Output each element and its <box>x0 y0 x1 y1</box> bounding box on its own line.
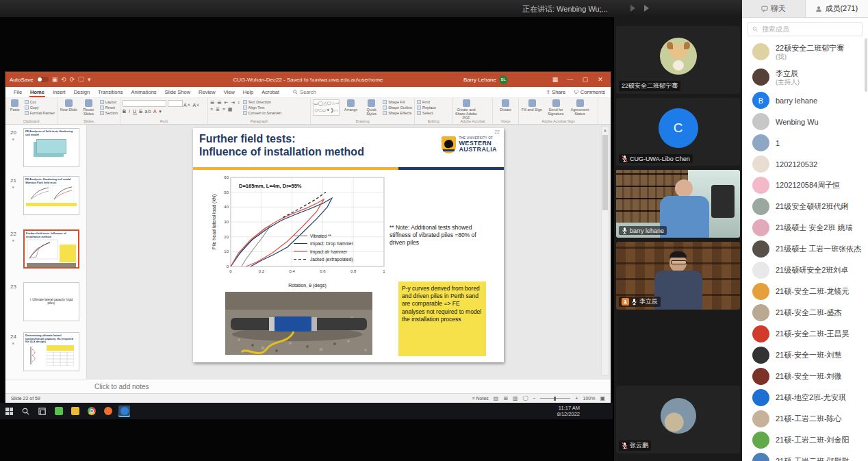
ribbon-reset[interactable]: Reset <box>100 105 118 110</box>
shared-control-arrow-icon[interactable] <box>644 5 649 12</box>
menu-tab-help[interactable]: Help <box>239 87 257 97</box>
zoom-slider[interactable] <box>540 398 570 399</box>
ribbon-shape-outline[interactable]: Shape Outline <box>383 105 412 110</box>
member-row[interactable]: 21硕-安全一班-刘慧 <box>742 345 868 366</box>
ribbon-search[interactable]: Search <box>293 89 316 95</box>
ribbon-convert-to-smartart[interactable]: Convert to SmartArt <box>243 111 282 115</box>
quick-access-dropdown-icon[interactable]: ▾ <box>88 77 91 83</box>
ribbon-align-text[interactable]: Align Text <box>243 105 282 110</box>
ribbon-shape-fill[interactable]: Shape Fill <box>383 100 412 104</box>
scroll-up-icon[interactable]: ▲ <box>602 127 609 134</box>
share-button[interactable]: ⇪ Share <box>546 89 565 95</box>
menu-tab-animations[interactable]: Animations <box>127 87 160 97</box>
scrollbar-thumb[interactable] <box>602 135 608 210</box>
ribbon-arrange[interactable]: Arrange <box>342 99 360 112</box>
meeting-app-icon[interactable] <box>118 406 130 417</box>
member-row[interactable]: 1202120532 <box>742 153 868 175</box>
ribbon-copy[interactable]: Copy <box>25 105 55 110</box>
menu-tab-file[interactable]: File <box>10 87 26 97</box>
member-row[interactable]: Wenbing Wu <box>742 111 868 132</box>
slide-thumbnail-23[interactable]: 23 i. Ultimate lateral capacity (rigid p… <box>5 282 86 321</box>
video-tile-participant[interactable]: 张云鹏 <box>616 386 740 453</box>
member-row[interactable]: 21硕-安全一班-刘微 <box>742 366 868 387</box>
minimize-button[interactable]: — <box>563 76 578 83</box>
start-button[interactable] <box>3 406 15 417</box>
video-tile-participant[interactable]: 李立辰 <box>616 242 740 310</box>
ribbon-new-slide[interactable]: New Slide <box>60 99 77 112</box>
ribbon-display-options-icon[interactable]: ▦ <box>548 76 563 83</box>
member-row[interactable]: 李立辰(主持人) <box>742 64 868 90</box>
member-row[interactable]: 21硕-工岩二班-刘金阳 <box>742 429 868 451</box>
member-row[interactable]: 1202120584周子恒 <box>742 175 868 196</box>
taskbar-clock[interactable]: 11:17 AM8/12/2022 <box>557 405 580 418</box>
member-row[interactable]: B barry lehane <box>742 90 868 111</box>
autosave-toggle[interactable] <box>37 77 49 82</box>
menu-tab-slide-show[interactable]: Slide Show <box>161 87 195 97</box>
zoom-out-icon[interactable]: − <box>533 396 535 401</box>
ribbon-send-for-signature[interactable]: Send for Signature <box>545 99 567 116</box>
member-search-box[interactable] <box>748 22 863 36</box>
video-tile-22[interactable]: 22硕安全二班郁宁骞 <box>616 26 740 94</box>
menu-tab-transitions[interactable]: Transitions <box>94 87 127 97</box>
file-explorer-icon[interactable] <box>69 406 81 417</box>
ribbon-agreement-status[interactable]: Agreement Status <box>569 99 591 116</box>
reading-view-icon[interactable]: ▥ <box>513 395 518 401</box>
fit-slide-icon[interactable]: ▣ <box>600 395 605 401</box>
ribbon-section[interactable]: Section <box>100 111 118 115</box>
comments-button[interactable]: 🗩 Comments <box>574 89 605 95</box>
start-presentation-icon[interactable]: 🖵 <box>78 77 84 83</box>
zoom-in-icon[interactable]: + <box>575 396 578 401</box>
member-row[interactable]: 21硕-工岩二班-邵慰慰 <box>742 451 868 461</box>
slide-sorter-icon[interactable]: ⊞ <box>503 395 508 401</box>
slide-thumbnail-22[interactable]: 22★ Further field tests: Influence of in… <box>5 229 86 269</box>
normal-view-icon[interactable]: ▤ <box>494 395 499 401</box>
ribbon-replace[interactable]: Replace <box>417 105 436 110</box>
menu-tab-insert[interactable]: Insert <box>49 87 70 97</box>
video-tile-cug-uwa-libo-chen[interactable]: C CUG-UWA-Libo Chen <box>616 98 740 166</box>
ribbon-layout[interactable]: Layout <box>100 100 118 104</box>
undo-icon[interactable]: ⟲ <box>61 77 66 83</box>
member-row[interactable]: 21硕-工岩二班-陈心 <box>742 408 868 429</box>
ribbon-find[interactable]: Find <box>417 100 436 104</box>
member-row[interactable]: 21级硕士 安全2班 姚瑞 <box>742 217 868 238</box>
ribbon-cut[interactable]: Cut <box>25 100 55 104</box>
member-row[interactable]: 21硕-安全二班-龙镜元 <box>742 281 868 302</box>
wechat-app-icon[interactable] <box>53 406 64 417</box>
maximize-button[interactable]: ▢ <box>578 76 593 83</box>
member-row[interactable]: 21级安全硕研2班代娳 <box>742 196 868 217</box>
video-tile-barry-lehane[interactable]: barry lehane <box>616 170 740 238</box>
member-search-input[interactable] <box>761 25 858 34</box>
notes-toggle[interactable]: ≡ Notes <box>472 396 488 401</box>
member-row[interactable]: 21硕-安全二班-盛杰 <box>742 302 868 323</box>
ribbon-dictate[interactable]: Dictate <box>495 99 516 112</box>
task-view-icon[interactable] <box>36 406 48 417</box>
panel-scrollbar-thumb[interactable] <box>865 38 867 92</box>
firefox-icon[interactable] <box>102 406 114 417</box>
ribbon-quick-styles[interactable]: Quick Styles <box>362 99 381 116</box>
ribbon-format-painter[interactable]: Format Painter <box>25 111 55 115</box>
ribbon-text-direction[interactable]: Text Direction <box>243 100 282 104</box>
menu-tab-review[interactable]: Review <box>194 87 220 97</box>
menu-tab-design[interactable]: Design <box>70 87 94 97</box>
zoom-level[interactable]: 100% <box>583 396 596 401</box>
vertical-scrollbar[interactable]: ▲ <box>601 126 609 376</box>
member-row[interactable]: 21级硕士 工岩一班张依杰 <box>742 238 868 260</box>
slide-thumbnail-21[interactable]: 21★ FE Analyses: Hardening soil model Sh… <box>5 176 86 215</box>
member-row[interactable]: 21硕-地空2班-尤安琪 <box>742 387 868 408</box>
save-icon[interactable]: ▣ <box>52 77 58 83</box>
ribbon-shape-effects[interactable]: Shape Effects <box>383 111 412 115</box>
ribbon-paste[interactable]: Paste <box>8 99 23 112</box>
close-button[interactable]: ✕ <box>593 76 608 83</box>
tab-members[interactable]: 成员(271) <box>805 0 868 17</box>
slideshow-icon[interactable]: 🖵 <box>523 395 528 402</box>
slide-thumbnail-24[interactable]: 24★ Determining ultimate lateral (geotec… <box>5 332 86 371</box>
account-area[interactable]: Barry Lehane BL <box>463 75 508 84</box>
taskbar-search-icon[interactable] <box>20 406 31 417</box>
member-row[interactable]: 21硕-安全二班-王昌昊 <box>742 323 868 345</box>
ribbon-select[interactable]: Select <box>417 111 436 115</box>
redo-icon[interactable]: ⟳ <box>70 77 75 83</box>
ribbon-reuse-slides[interactable]: Reuse Slides <box>79 99 97 116</box>
slide-thumbnail-20[interactable]: 20★ FE Analyses of field tests Hardening… <box>5 128 86 167</box>
ribbon-fill-and-sign[interactable]: Fill and Sign <box>521 99 543 112</box>
member-row[interactable]: 21级硕研安全2班刘卓 <box>742 260 868 281</box>
